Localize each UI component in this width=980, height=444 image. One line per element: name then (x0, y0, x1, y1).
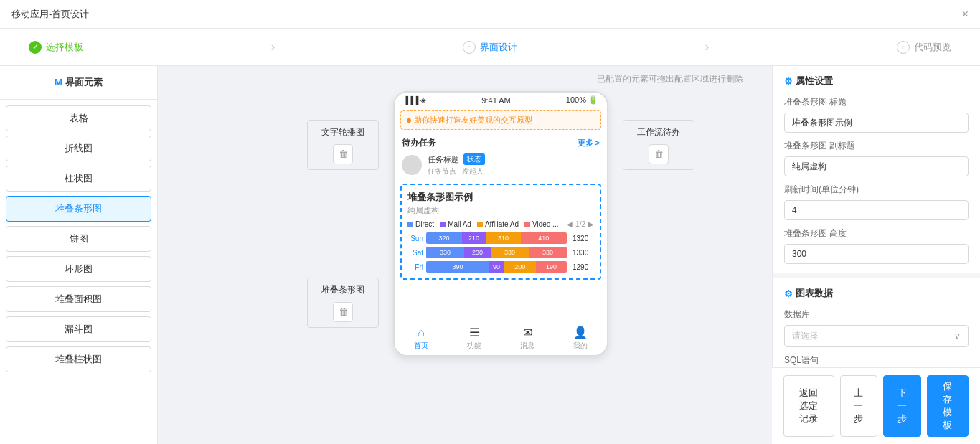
data-section-title: ⚙ 图表数据 (784, 287, 969, 300)
todo-task-title: 任务标题 (428, 154, 459, 165)
chart-pagination[interactable]: ◀ 1/2 ▶ (567, 220, 594, 228)
element-item[interactable]: 表格 (6, 105, 151, 131)
element-item[interactable]: 环形图 (6, 256, 151, 282)
element-item[interactable]: 堆叠柱状图 (6, 346, 151, 372)
db-select-value: 请选择 (792, 330, 818, 342)
todo-title-row: 任务标题 状态 (428, 153, 600, 165)
bar-row: Fri390902001901290 (407, 261, 594, 273)
step-label-ui-design: 界面设计 (480, 41, 517, 54)
todo-more[interactable]: 更多 > (578, 138, 600, 148)
delete-workflow-button[interactable]: 🗑 (649, 144, 669, 164)
field-input-chart-subtitle[interactable] (784, 156, 969, 176)
field-label-chart-title: 堆叠条形图 标题 (784, 96, 969, 108)
status-bar: ▐▐▐ ◈ 9:41 AM 100% 🔋 (395, 93, 607, 108)
db-label: 数据库 (784, 308, 969, 321)
panel-title-prefix: M (55, 77, 62, 88)
workflow-block[interactable]: 工作流待办 🗑 (623, 120, 694, 170)
legend-item: Affiliate Ad (477, 220, 519, 228)
left-panel: M界面元素 表格折线图柱状图堆叠条形图饼图环形图堆叠面积图漏斗图堆叠柱状图 (0, 66, 158, 444)
delete-carousel-button[interactable]: 🗑 (333, 144, 353, 164)
bar-segment: 310 (486, 232, 521, 244)
todo-initiator: 发起人 (462, 166, 484, 176)
bar-segment: 390 (426, 261, 489, 273)
prev-page-icon[interactable]: ◀ (567, 220, 573, 228)
arrow-icon-1: › (271, 39, 275, 55)
step-label-code-preview: 代码预览 (914, 41, 951, 54)
step-code-preview[interactable]: ○ 代码预览 (897, 41, 951, 54)
prev-button[interactable]: 上一步 (840, 375, 877, 437)
element-item[interactable]: 柱状图 (6, 166, 151, 192)
workflow-label: 工作流待办 (637, 126, 680, 138)
nav-icon: ☰ (469, 326, 479, 339)
field-input-chart-height[interactable] (784, 244, 969, 264)
nav-item[interactable]: ☰ 功能 (448, 321, 501, 355)
field-input-refresh-time[interactable] (784, 200, 969, 220)
step-label-select-template: 选择模板 (46, 41, 83, 54)
attr-section-title: ⚙ 属性设置 (784, 75, 969, 88)
nav-item[interactable]: 👤 我的 (554, 321, 607, 355)
bar-segment: 330 (426, 247, 464, 258)
nav-label: 功能 (467, 341, 481, 351)
marquee-text: 助你快速打造友好美观的交互原型 (414, 115, 532, 126)
element-item[interactable]: 堆叠面积图 (6, 286, 151, 312)
element-item[interactable]: 漏斗图 (6, 316, 151, 342)
arrow-icon-2: › (705, 39, 710, 55)
nav-label: 我的 (573, 341, 588, 351)
close-icon[interactable]: × (962, 8, 969, 21)
canvas-hint: 已配置的元素可拖出配置区域进行删除 (597, 73, 743, 85)
element-item[interactable]: 堆叠条形图 (6, 196, 151, 222)
text-carousel-block[interactable]: 文字轮播图 🗑 (307, 120, 379, 170)
legend-item: Direct (407, 220, 434, 228)
chart-legend: DirectMail AdAffiliate AdVideo ...◀ 1/2 … (407, 220, 594, 228)
todo-node: 任务节点 (428, 166, 456, 176)
field-label-refresh-time: 刷新时间(单位分钟) (784, 184, 969, 196)
bar-total: 1320 (573, 235, 594, 242)
bar-total: 1330 (573, 249, 594, 257)
stacked-bar-block[interactable]: 堆叠条形图 🗑 (307, 278, 379, 328)
signal-icon: ▐▐▐ (403, 96, 418, 104)
todo-content: 任务标题 状态 任务节点 发起人 (428, 153, 600, 176)
center-canvas: 已配置的元素可拖出配置区域进行删除 文字轮播图 🗑 堆叠条形图 🗑 (158, 66, 772, 444)
nav-item[interactable]: ✉ 消息 (501, 321, 554, 355)
legend-item: Video ... (524, 220, 559, 228)
step-select-template[interactable]: ✓ 选择模板 (29, 41, 83, 54)
check-icon: ✓ (29, 41, 42, 54)
battery-display: 100% 🔋 (566, 95, 598, 105)
nav-icon: ✉ (523, 326, 532, 339)
bar-row: Sun3202103104101320 (407, 232, 594, 244)
save-button[interactable]: 保存模板 (927, 375, 969, 437)
gear-icon: ⚙ (784, 76, 793, 87)
time-display: 9:41 AM (481, 96, 510, 105)
nav-icon: 👤 (573, 326, 588, 339)
delete-bar-button[interactable]: 🗑 (333, 302, 353, 322)
bar-segments: 330230330330 (426, 247, 567, 258)
mobile-frame: ▐▐▐ ◈ 9:41 AM 100% 🔋 助你快速打造友好美观的交互原型 (393, 91, 608, 356)
circle-icon-design: ○ (463, 41, 476, 54)
signal-icons: ▐▐▐ ◈ (403, 96, 426, 104)
chart-title-display: 堆叠条形图示例 (407, 191, 594, 204)
section-divider (773, 273, 980, 278)
element-item[interactable]: 饼图 (6, 226, 151, 252)
bar-segments: 39090200190 (426, 261, 567, 273)
todo-meta: 任务节点 发起人 (428, 166, 600, 176)
field-input-chart-title[interactable] (784, 113, 969, 133)
titlebar: 移动应用-首页设计 × (0, 0, 980, 29)
gear-icon-data: ⚙ (784, 288, 793, 299)
back-button[interactable]: 返回选定记录 (783, 375, 834, 437)
bar-segment: 330 (491, 247, 529, 258)
bar-segment: 410 (521, 232, 567, 244)
nav-label: 消息 (520, 341, 534, 351)
nav-item[interactable]: ⌂ 首页 (395, 321, 448, 355)
sql-label: SQL语句 (784, 354, 969, 367)
step-ui-design[interactable]: ○ 界面设计 (463, 41, 517, 54)
bar-segment: 330 (529, 247, 567, 258)
bar-segment: 230 (464, 247, 491, 258)
next-button[interactable]: 下一步 (883, 375, 920, 437)
next-page-icon[interactable]: ▶ (588, 220, 594, 228)
bar-row: Sat3302303303301330 (407, 247, 594, 258)
bar-segments: 320210310410 (426, 232, 567, 244)
db-select[interactable]: 请选择 ∨ (784, 325, 969, 347)
marquee-dot (407, 118, 411, 123)
element-item[interactable]: 折线图 (6, 136, 151, 161)
bar-day-label: Sat (407, 249, 423, 257)
